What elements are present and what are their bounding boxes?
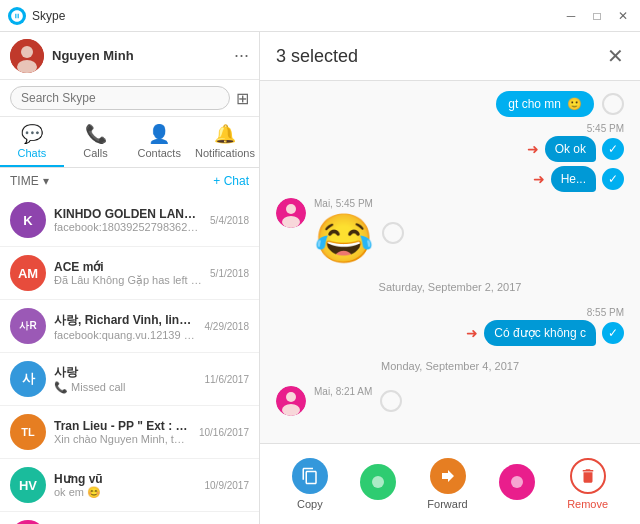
action-bar: Copy Forward [260, 443, 640, 524]
tab-notifications[interactable]: 🔔 Notifications [191, 117, 259, 167]
chat-preview: facebook:1803925279836237... [54, 221, 202, 233]
message-select-circle[interactable]: ✓ [602, 168, 624, 190]
list-item[interactable]: 사 사랑 📞 Missed call 11/6/2017 [0, 353, 259, 406]
remove-action[interactable]: Remove [555, 454, 620, 514]
incoming-message-container: Mai, 8:21 AM [314, 386, 372, 399]
chat-name: Hưng vũ [54, 472, 197, 486]
message-sender: Mai, 8:21 AM [314, 386, 372, 397]
sidebar: Nguyen Minh ··· ⊞ 💬 Chats 📞 Calls 👤 Cont… [0, 32, 260, 524]
selected-arrow-icon: ➜ [527, 141, 539, 157]
message-select-circle[interactable]: ✓ [602, 138, 624, 160]
profile-area: Nguyen Minh ··· [0, 32, 259, 80]
chat-preview: facebook:quang.vu.12139 h... [54, 329, 197, 341]
pink-action[interactable] [487, 460, 547, 508]
messages-area: gt cho mn 🙂 5:45 PM ➜ Ok ok ✓ ➜ [260, 81, 640, 443]
svg-point-4 [286, 204, 296, 214]
chats-tab-label: Chats [17, 147, 46, 159]
contacts-tab-icon: 👤 [148, 123, 170, 145]
close-selection-button[interactable]: ✕ [607, 44, 624, 68]
svg-point-1 [21, 46, 33, 58]
chat-preview: Đã Lâu Không Gặp has left th... [54, 274, 202, 287]
message-row: Mai, 5:45 PM 😂 [276, 198, 624, 267]
copy-icon [292, 458, 328, 494]
green-action[interactable] [348, 460, 408, 508]
selected-arrow-icon: ➜ [466, 325, 478, 341]
message-select-circle[interactable] [382, 222, 404, 244]
message-select-circle[interactable]: ✓ [602, 322, 624, 344]
avatar: 사R [10, 308, 46, 344]
chat-info: Tran Lieu - PP " Ext : 126 " Xin chào Ng… [54, 419, 191, 445]
message-row: Mai, 8:21 AM [276, 386, 624, 416]
app-title: Skype [32, 9, 562, 23]
message-row: ➜ Ok ok ✓ [527, 136, 624, 162]
titlebar: Skype ─ □ ✕ [0, 0, 640, 32]
avatar [10, 39, 44, 73]
list-item[interactable]: TL Tran Lieu - PP " Ext : 126 " Xin chào… [0, 406, 259, 459]
tab-calls[interactable]: 📞 Calls [64, 117, 128, 167]
list-item[interactable]: HV Hưng vũ ok em 😊 10/9/2017 [0, 459, 259, 512]
new-chat-button[interactable]: + Chat [213, 174, 249, 188]
chat-panel: 3 selected ✕ gt cho mn 🙂 5:45 PM ➜ [260, 32, 640, 524]
maximize-button[interactable]: □ [588, 7, 606, 25]
message-bubble: Ok ok [545, 136, 596, 162]
selection-header: 3 selected ✕ [260, 32, 640, 81]
avatar: K [10, 202, 46, 238]
avatar: AM [10, 255, 46, 291]
tab-contacts[interactable]: 👤 Contacts [127, 117, 191, 167]
message-select-circle[interactable] [380, 390, 402, 412]
chat-name: 사랑, Richard Vinh, linh ph... [54, 312, 197, 329]
more-options-button[interactable]: ··· [234, 45, 249, 66]
window-controls: ─ □ ✕ [562, 7, 632, 25]
nav-tabs: 💬 Chats 📞 Calls 👤 Contacts 🔔 Notificatio… [0, 117, 259, 168]
time-label: TIME [10, 174, 39, 188]
avatar [276, 198, 306, 228]
chat-info: 사랑 📞 Missed call [54, 364, 197, 394]
message-select-circle[interactable] [602, 93, 624, 115]
search-bar: ⊞ [0, 80, 259, 117]
chats-tab-icon: 💬 [21, 123, 43, 145]
message-bubble: Có được không c [484, 320, 596, 346]
chat-time: 10/9/2017 [205, 480, 250, 491]
avatar: TL [10, 414, 46, 450]
svg-point-7 [286, 392, 296, 402]
tab-chats[interactable]: 💬 Chats [0, 117, 64, 167]
emoji: 🙂 [567, 97, 582, 111]
chat-info: ACE mới Đã Lâu Không Gặp has left th... [54, 260, 202, 287]
selection-count: 3 selected [276, 46, 358, 67]
list-item[interactable]: MM Mai Mit Chán nhỉ 9/4/2017 [0, 512, 259, 524]
search-input[interactable] [10, 86, 230, 110]
app-icon [8, 7, 26, 25]
forward-action[interactable]: Forward [415, 454, 479, 514]
avatar: 사 [10, 361, 46, 397]
avatar [276, 386, 306, 416]
contacts-tab-label: Contacts [138, 147, 181, 159]
selected-arrow-icon: ➜ [533, 171, 545, 187]
main-layout: Nguyen Minh ··· ⊞ 💬 Chats 📞 Calls 👤 Cont… [0, 32, 640, 524]
message-text: He... [561, 172, 586, 186]
calls-tab-label: Calls [83, 147, 107, 159]
chat-name: Tran Lieu - PP " Ext : 126 " [54, 419, 191, 433]
close-button[interactable]: ✕ [614, 7, 632, 25]
chat-name: KINHDO GOLDEN LAND CL... [54, 207, 202, 221]
remove-label: Remove [567, 498, 608, 510]
minimize-button[interactable]: ─ [562, 7, 580, 25]
delete-icon [570, 458, 606, 494]
forward-icon [430, 458, 466, 494]
list-item[interactable]: AM ACE mới Đã Lâu Không Gặp has left th.… [0, 247, 259, 300]
chat-info: 사랑, Richard Vinh, linh ph... facebook:qu… [54, 312, 197, 341]
grid-icon[interactable]: ⊞ [236, 89, 249, 108]
time-filter[interactable]: TIME ▾ [10, 174, 49, 188]
date-divider: Saturday, September 2, 2017 [276, 281, 624, 293]
list-item[interactable]: K KINHDO GOLDEN LAND CL... facebook:1803… [0, 194, 259, 247]
notifications-tab-icon: 🔔 [214, 123, 236, 145]
list-item[interactable]: 사R 사랑, Richard Vinh, linh ph... facebook… [0, 300, 259, 353]
avatar: MM [10, 520, 46, 524]
message-text: Có được không c [494, 326, 586, 340]
chat-info: KINHDO GOLDEN LAND CL... facebook:180392… [54, 207, 202, 233]
message-row: ➜ He... ✓ [533, 166, 624, 192]
pink-action-icon [499, 464, 535, 500]
copy-action[interactable]: Copy [280, 454, 340, 514]
chat-time: 11/6/2017 [205, 374, 250, 385]
chat-time: 4/29/2018 [205, 321, 250, 332]
new-chat-label: + Chat [213, 174, 249, 188]
